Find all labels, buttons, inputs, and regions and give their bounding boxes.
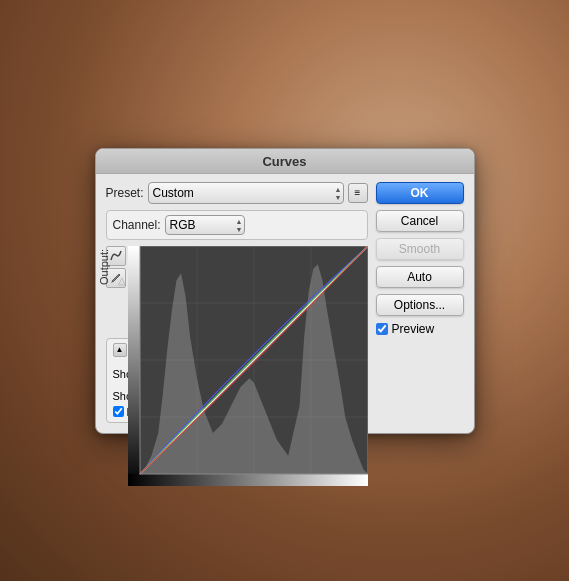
- options-button[interactable]: Options...: [376, 294, 464, 316]
- preset-row: Preset: Custom ▲ ▼ ≡: [106, 182, 368, 204]
- preview-row: Preview: [376, 322, 464, 336]
- channel-section: Channel: RGB Red Green Blue ▲ ▼: [106, 210, 368, 240]
- channel-select-wrapper: RGB Red Green Blue ▲ ▼: [165, 215, 245, 235]
- scroll-indicator: △: [118, 275, 126, 286]
- curve-tool-icon: [110, 250, 122, 262]
- histogram-checkbox[interactable]: [113, 406, 124, 417]
- dialog-title: Curves: [262, 154, 306, 169]
- cancel-button[interactable]: Cancel: [376, 210, 464, 232]
- preset-select[interactable]: Custom: [148, 182, 344, 204]
- title-bar: Curves: [96, 149, 474, 174]
- right-panel: OK Cancel Smooth Auto Options... Preview: [376, 182, 464, 423]
- preview-label: Preview: [392, 322, 435, 336]
- auto-button[interactable]: Auto: [376, 266, 464, 288]
- output-label: Output:: [98, 248, 110, 284]
- curves-dialog: Curves Preset: Custom ▲ ▼ ≡: [95, 148, 475, 434]
- ok-button[interactable]: OK: [376, 182, 464, 204]
- preset-label: Preset:: [106, 186, 144, 200]
- left-panel: Preset: Custom ▲ ▼ ≡ Channel:: [106, 182, 368, 423]
- graph-area: Output: △: [106, 246, 368, 288]
- smooth-button[interactable]: Smooth: [376, 238, 464, 260]
- channel-select[interactable]: RGB Red Green Blue: [165, 215, 245, 235]
- channel-label: Channel:: [113, 218, 161, 232]
- preview-checkbox[interactable]: [376, 323, 388, 335]
- preset-menu-button[interactable]: ≡: [348, 183, 368, 203]
- preset-menu-icon: ≡: [355, 187, 361, 198]
- preset-select-wrapper: Custom ▲ ▼: [148, 182, 344, 204]
- section-toggle-button[interactable]: ▲: [113, 343, 127, 357]
- curve-canvas[interactable]: [128, 246, 368, 486]
